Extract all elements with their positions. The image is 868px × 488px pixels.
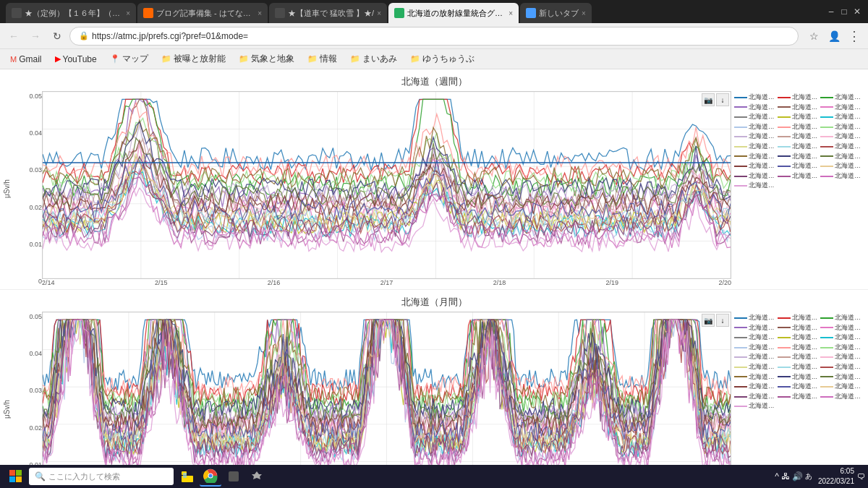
taskbar-app2[interactable] bbox=[223, 466, 244, 487]
tray-network[interactable]: 🖧 bbox=[781, 471, 790, 481]
close-icon[interactable]: ✕ bbox=[852, 7, 862, 17]
legend-item: 北海道(芦都町) bbox=[734, 313, 776, 323]
xaxis-label: 2/18 bbox=[493, 279, 506, 286]
xaxis-label: 2/14 bbox=[42, 279, 55, 286]
bookmark-情報[interactable]: 📁情報 bbox=[303, 51, 341, 67]
tab-tab2[interactable]: ブログ記事備集 - はてなブロ× bbox=[137, 3, 268, 23]
legend-item: 北海道(恵庭市) bbox=[778, 142, 820, 152]
chart1-yaxis-values: 0.050.040.030.020.010 bbox=[14, 91, 42, 286]
systray: ^ 🖧 🔊 あ bbox=[775, 471, 812, 481]
legend-item: 北海道(北和町) bbox=[820, 142, 862, 152]
url-bar[interactable]: 🔒 https://atmc.jp/prefs.cgi?pref=01&mode… bbox=[69, 27, 799, 46]
restore-icon[interactable]: □ bbox=[839, 7, 849, 17]
tray-volume[interactable]: 🔊 bbox=[792, 471, 803, 481]
bookmark-被曝と放射能[interactable]: 📁被曝と放射能 bbox=[157, 51, 230, 67]
bookmark-YouTube[interactable]: ▶YouTube bbox=[51, 53, 101, 66]
taskbar-search-placeholder: ここに入力して検索 bbox=[48, 471, 120, 482]
legend-item: 北海道(ニセコ) bbox=[820, 323, 862, 333]
taskbar-app3[interactable] bbox=[246, 466, 268, 487]
tray-notifications[interactable]: 🗨 bbox=[857, 472, 865, 481]
legend-item: 北海道(旭川市) bbox=[778, 343, 820, 353]
legend-item: 北海道(苫小牧) bbox=[820, 152, 862, 162]
chart2-download-icon[interactable]: ↓ bbox=[716, 314, 729, 327]
svg-rect-32 bbox=[16, 476, 22, 482]
chart1-icons: 📷 ↓ bbox=[702, 93, 729, 106]
legend-item: 北海道(白村） bbox=[734, 132, 776, 142]
address-icons: ☆ 👤 ⋮ bbox=[804, 27, 864, 46]
chart1-camera-icon[interactable]: 📷 bbox=[702, 93, 715, 106]
legend-item: 北海道(稚安) bbox=[734, 343, 776, 353]
chart1-area: μSv/h 0.050.040.030.020.010 📷 ↓ 2/142/15… bbox=[3, 91, 865, 286]
chart1-container: 北海道（週間） μSv/h 0.050.040.030.020.010 📷 ↓ … bbox=[0, 69, 868, 290]
legend-item: 北海道(共和町) bbox=[734, 323, 776, 333]
back-button[interactable]: ← bbox=[4, 27, 23, 46]
taskbar-explorer[interactable] bbox=[176, 466, 198, 487]
addressbar: ← → ↻ 🔒 https://atmc.jp/prefs.cgi?pref=0… bbox=[0, 23, 868, 49]
legend-item: 北海道(旭川市) bbox=[778, 122, 820, 132]
forward-button[interactable]: → bbox=[26, 27, 45, 46]
legend-item: 北海道(北平町) bbox=[778, 103, 820, 113]
minimize-icon[interactable]: – bbox=[826, 7, 836, 17]
legend-item: 北海道(仁木町) bbox=[778, 313, 820, 323]
legend-item: 北海道(虻知安) bbox=[778, 161, 820, 171]
bookmark-star-icon[interactable]: ☆ bbox=[804, 27, 823, 46]
svg-rect-35 bbox=[183, 473, 187, 478]
legend-item: 北海道(北平町) bbox=[778, 323, 820, 333]
legend-item: 北海道(釧路町) bbox=[734, 401, 776, 411]
tab-tab4[interactable]: 北海道の放射線量統合グラフ× bbox=[388, 3, 519, 23]
chart2-camera-icon[interactable]: 📷 bbox=[702, 314, 715, 327]
legend-item: 北海道(鎖走市) bbox=[820, 93, 862, 103]
tray-chevron[interactable]: ^ bbox=[775, 471, 779, 481]
bookmark-まいあみ[interactable]: 📁まいあみ bbox=[346, 51, 401, 67]
xaxis-label: 2/15 bbox=[155, 279, 168, 286]
svg-rect-31 bbox=[9, 476, 15, 482]
chart2-yaxis-values: 0.050.040.030.020.010 bbox=[14, 312, 42, 465]
menu-dots-icon[interactable]: ⋮ bbox=[845, 27, 864, 46]
svg-point-39 bbox=[209, 474, 213, 478]
legend-item: 北海道(佐村） bbox=[734, 372, 776, 382]
legend-item: 北海道(旭知安) bbox=[734, 142, 776, 152]
legend-item: 北海道(釧路町) bbox=[734, 181, 776, 191]
tray-ime[interactable]: あ bbox=[805, 471, 812, 481]
legend-item: 北海道(仁木町) bbox=[820, 352, 862, 362]
legend-item: 北海道(稚内市) bbox=[778, 333, 820, 343]
legend-item: 北海道(越前町) bbox=[778, 152, 820, 162]
bookmark-Gmail[interactable]: MGmail bbox=[6, 53, 46, 66]
start-button[interactable] bbox=[3, 466, 29, 487]
xaxis-label: 2/20 bbox=[718, 279, 731, 286]
chart2-legend: 北海道(芦都町)北海道(仁木町)北海道(鎖走市)北海道(共和町)北海道(北平町)… bbox=[731, 312, 865, 465]
legend-item: 北海道(釧路市) bbox=[820, 161, 862, 171]
legend-item: 北海道(白村） bbox=[734, 352, 776, 362]
legend-item: 北海道(旭知安) bbox=[734, 362, 776, 372]
titlebar: ★（定例）【１６年】（？××ブログ記事備集 - はてなブロ×★【道車で 猛吹雪 … bbox=[0, 0, 868, 23]
legend-item: 北海道(岩村) bbox=[778, 132, 820, 142]
tab-tab3[interactable]: ★【道車で 猛吹雪 】★/× bbox=[269, 3, 387, 23]
taskbar: 🔍 ここに入力して検索 ^ 🖧 🔊 あ 6:05 2022/03/21 🗨 bbox=[0, 465, 868, 488]
taskbar-chrome[interactable] bbox=[200, 466, 221, 487]
chart1-download-icon[interactable]: ↓ bbox=[716, 93, 729, 106]
legend-item: 北海道(釧路市) bbox=[778, 171, 820, 181]
legend-item: 北海道(越前町) bbox=[778, 372, 820, 382]
legend-item: 北海道(苫前市) bbox=[734, 171, 776, 181]
taskbar-search[interactable]: 🔍 ここに入力して検索 bbox=[29, 468, 174, 485]
legend-item: 北海道(稚内市) bbox=[778, 112, 820, 122]
chart1-graph-wrapper: 📷 ↓ 2/142/152/162/172/182/192/20 bbox=[42, 91, 731, 286]
bookmark-マップ[interactable]: 📍マップ bbox=[106, 51, 153, 67]
url-text: https://atmc.jp/prefs.cgi?pref=01&mode= bbox=[92, 31, 248, 41]
chart2-container: 北海道（月間） μSv/h 0.050.040.030.020.010 📷 ↓ … bbox=[0, 290, 868, 465]
legend-item: 北海道(苫小牧) bbox=[820, 372, 862, 382]
legend-item: 北海道(釧内市) bbox=[734, 112, 776, 122]
tab-tab1[interactable]: ★（定例）【１６年】（？×× bbox=[6, 3, 136, 23]
legend-item: 北海道(仁木町) bbox=[778, 93, 820, 103]
legend-item: 北海道(釧内市) bbox=[734, 333, 776, 343]
legend-item: 北海道(幌泉町) bbox=[820, 112, 862, 122]
legend-item: 北海道(苫前市) bbox=[734, 392, 776, 402]
taskbar-clock[interactable]: 6:05 2022/03/21 bbox=[818, 466, 854, 487]
tab-tab5[interactable]: 新しいタブ× bbox=[520, 3, 592, 23]
bookmark-ゆうちゅうぶ[interactable]: 📁ゆうちゅうぶ bbox=[406, 51, 479, 67]
tabs-area: ★（定例）【１６年】（？××ブログ記事備集 - はてなブロ×★【道車で 猛吹雪 … bbox=[6, 0, 820, 23]
bookmark-気象と地象[interactable]: 📁気象と地象 bbox=[234, 51, 299, 67]
reload-button[interactable]: ↻ bbox=[48, 27, 67, 46]
chart2-yaxis: μSv/h bbox=[3, 312, 14, 465]
profile-icon[interactable]: 👤 bbox=[825, 27, 843, 46]
